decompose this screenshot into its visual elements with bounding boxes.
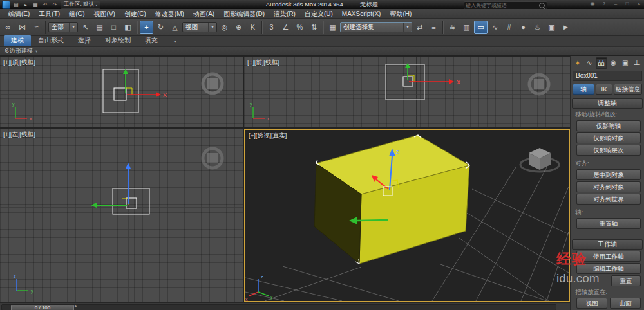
edit-named-selection-sets-icon[interactable]: ▦: [326, 21, 339, 34]
menu-customize[interactable]: 自定义(U): [300, 9, 337, 19]
viewport-perspective[interactable]: [+][透视][真实]: [244, 129, 570, 302]
viewport-top-label[interactable]: [+][顶][线框]: [3, 59, 35, 67]
viewport-front-label[interactable]: [+][前][线框]: [247, 59, 279, 67]
reset-pivot-button[interactable]: 重置轴: [576, 218, 641, 229]
ribbon-tab-modeling[interactable]: 建模: [4, 35, 31, 46]
viewcube[interactable]: [529, 75, 549, 94]
ribbon-tab-selection[interactable]: 选择: [71, 35, 98, 46]
menu-group[interactable]: 组(G): [64, 9, 89, 19]
reference-coordinate-dropdown[interactable]: 视图 ▾: [182, 22, 217, 32]
redo-icon[interactable]: ↷: [51, 1, 59, 8]
named-selection-dropdown[interactable]: 创建选择集 ▾: [340, 22, 412, 32]
display-tab-icon[interactable]: ▣: [620, 57, 631, 69]
select-and-scale-icon[interactable]: △: [168, 21, 182, 34]
menu-edit[interactable]: 编辑(E): [4, 9, 34, 19]
maximize-icon[interactable]: □: [623, 1, 631, 6]
edit-working-pivot-button[interactable]: 编辑工作轴: [576, 263, 641, 274]
ribbon-overflow-icon[interactable]: ▾: [170, 37, 180, 46]
new-scene-icon[interactable]: ▤: [12, 1, 20, 8]
align-to-world-button[interactable]: 对齐到世界: [576, 194, 641, 205]
select-and-rotate-icon[interactable]: ↻: [154, 21, 167, 34]
place-pivot-view-button[interactable]: 视图: [576, 298, 607, 309]
help-icon[interactable]: ?: [600, 1, 608, 6]
rectangular-selection-region-icon[interactable]: □: [107, 21, 120, 34]
viewport-top[interactable]: [+][顶][线框] X: [0, 57, 243, 127]
next-frame-icon[interactable]: ▸: [75, 304, 77, 309]
snap-toggle-icon[interactable]: 3: [265, 21, 278, 34]
select-by-name-icon[interactable]: ▤: [93, 21, 106, 34]
affect-hierarchy-only-button[interactable]: 仅影响层次: [576, 145, 641, 156]
time-slider-handle[interactable]: 0 / 100: [11, 305, 74, 310]
sign-in-icon[interactable]: ◉: [589, 1, 596, 6]
layer-manager-icon[interactable]: ≋: [446, 21, 459, 34]
object-name-field[interactable]: Box001: [573, 71, 642, 81]
undo-icon[interactable]: ↶: [41, 1, 49, 8]
menu-modifiers[interactable]: 修改器(M): [151, 9, 189, 19]
close-icon[interactable]: ×: [635, 1, 643, 6]
menu-maxscript[interactable]: MAXScript(X): [337, 9, 386, 19]
open-file-icon[interactable]: ▸: [22, 1, 30, 8]
schematic-view-icon[interactable]: #: [502, 21, 516, 34]
move-gizmo[interactable]: [91, 163, 131, 208]
application-menu-icon[interactable]: [2, 1, 10, 9]
layer-explorer-icon[interactable]: ▥: [460, 21, 473, 34]
use-working-pivot-button[interactable]: 使用工作轴: [576, 251, 641, 262]
place-pivot-surface-button[interactable]: 曲面: [610, 298, 641, 309]
align-to-object-button[interactable]: 对齐到对象: [576, 181, 641, 192]
keyboard-override-icon[interactable]: K: [246, 21, 260, 34]
menu-help[interactable]: 帮助(H): [385, 9, 416, 19]
viewport-perspective-label[interactable]: [+][透视][真实]: [249, 132, 287, 140]
move-gizmo[interactable]: X: [405, 63, 460, 86]
ribbon-tab-populate[interactable]: 填充: [138, 35, 165, 46]
ribbon-panel-polygon-modeling[interactable]: 多边形建模: [4, 47, 33, 55]
create-tab-icon[interactable]: ∗: [572, 57, 583, 69]
viewport-left-label[interactable]: [+][左][线框]: [3, 131, 35, 139]
search-icon[interactable]: [539, 3, 545, 8]
bind-to-space-warp-icon[interactable]: ≈: [30, 21, 43, 34]
use-pivot-point-center-icon[interactable]: ◎: [218, 21, 231, 34]
select-object-icon[interactable]: ↖: [79, 21, 92, 34]
viewport-front[interactable]: [+][前][线框] X: [244, 57, 570, 127]
hierarchy-tab-icon[interactable]: 品: [596, 57, 607, 69]
affect-pivot-only-button[interactable]: 仅影响轴: [576, 120, 641, 131]
render-setup-icon[interactable]: ♨: [531, 21, 544, 34]
working-pivot-rollout-header[interactable]: 工作轴: [572, 239, 643, 250]
link-info-subtab[interactable]: 链接信息: [614, 84, 642, 95]
spinner-snap-icon[interactable]: ⇅: [307, 21, 321, 34]
curve-editor-icon[interactable]: ∿: [488, 21, 502, 34]
unlink-selection-icon[interactable]: ⋈: [15, 21, 29, 34]
select-and-move-icon[interactable]: +: [140, 21, 153, 34]
graphite-ribbon-toggle-icon[interactable]: ▭: [474, 21, 488, 34]
save-file-icon[interactable]: ▦: [32, 1, 39, 8]
selection-filter-dropdown[interactable]: 全部 ▾: [48, 22, 78, 32]
menu-animation[interactable]: 动画(A): [189, 9, 219, 19]
select-and-link-icon[interactable]: ∞: [1, 21, 15, 34]
motion-tab-icon[interactable]: ◉: [608, 57, 620, 69]
material-editor-icon[interactable]: ●: [516, 21, 530, 34]
utilities-tab-icon[interactable]: 工: [632, 57, 643, 69]
move-gizmo[interactable]: X: [123, 69, 167, 98]
menu-graph-editors[interactable]: 图形编辑器(D): [219, 9, 269, 19]
viewport-left[interactable]: [+][左][线框]: [0, 129, 243, 302]
ribbon-tab-object-paint[interactable]: 对象绘制: [98, 35, 138, 46]
mirror-icon[interactable]: ⇄: [413, 21, 426, 34]
affect-object-only-button[interactable]: 仅影响对象: [576, 132, 641, 143]
adjust-pivot-rollout-header[interactable]: 调整轴: [572, 98, 643, 109]
menu-tools[interactable]: 工具(T): [34, 9, 64, 19]
workspace-selector[interactable]: 工作区: 默认 ▾: [61, 1, 100, 9]
angle-snap-icon[interactable]: ∠: [279, 21, 292, 34]
align-icon[interactable]: ≡: [427, 21, 440, 34]
minimize-icon[interactable]: –: [612, 1, 620, 6]
center-to-object-button[interactable]: 居中到对象: [576, 169, 641, 180]
viewcube[interactable]: [203, 74, 222, 93]
menu-create[interactable]: 创建(C): [120, 9, 151, 19]
search-input[interactable]: [464, 3, 539, 8]
reset-working-pivot-button[interactable]: 重置: [611, 275, 641, 286]
menu-views[interactable]: 视图(V): [90, 9, 120, 19]
ik-subtab[interactable]: IK: [596, 84, 612, 95]
box-wireframe[interactable]: [103, 69, 138, 113]
render-production-icon[interactable]: ►: [559, 21, 573, 34]
pivot-subtab[interactable]: 轴: [573, 84, 594, 95]
help-search-box[interactable]: [464, 1, 547, 10]
ribbon-tab-freeform[interactable]: 自由形式: [31, 35, 71, 46]
